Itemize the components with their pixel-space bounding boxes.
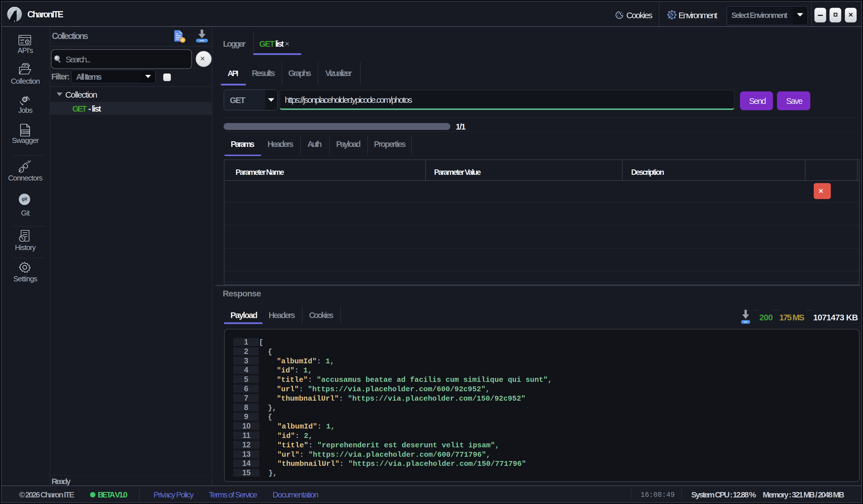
svg-text:</>: </> (20, 41, 24, 45)
svg-text:API: API (20, 39, 24, 41)
svg-text:JSON: JSON (22, 130, 29, 133)
